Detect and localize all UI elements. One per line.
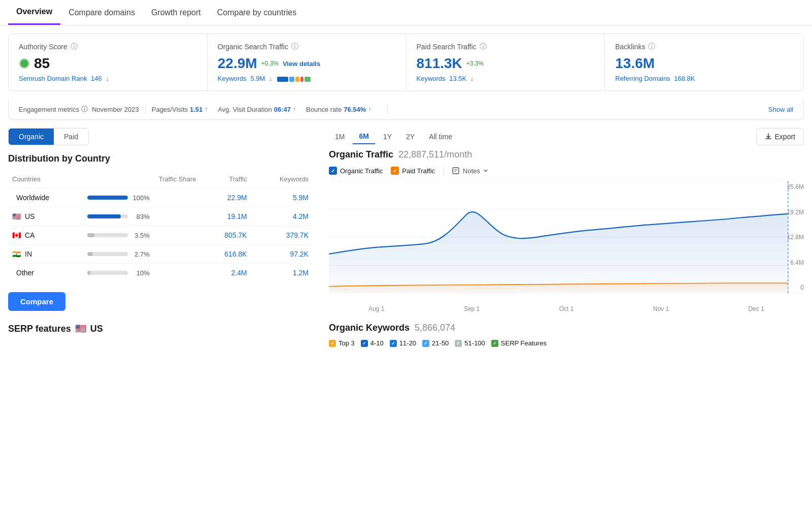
right-panel: 1M 6M 1Y 2Y All time Export Organic Traf… bbox=[313, 128, 804, 347]
authority-info-icon[interactable]: ⓘ bbox=[71, 42, 78, 51]
serp-country: US bbox=[90, 324, 103, 334]
engagement-bar: Engagement metrics ⓘ November 2023 Pages… bbox=[8, 99, 804, 120]
notes-icon bbox=[452, 167, 460, 175]
traffic-chart bbox=[329, 181, 804, 293]
svg-rect-0 bbox=[453, 168, 459, 174]
country-name-cell: 🇨🇦CA bbox=[8, 226, 83, 245]
kw-check-icon[interactable]: ✓ bbox=[422, 340, 429, 347]
tab-paid[interactable]: Paid bbox=[54, 129, 88, 145]
left-panel: Organic Paid Distribution by Country Cou… bbox=[8, 128, 313, 347]
traffic-cell: 616.8K bbox=[200, 245, 251, 264]
tab-bar: Organic Paid bbox=[8, 128, 89, 145]
export-button[interactable]: Export bbox=[756, 128, 804, 145]
traffic-share-cell: 100% bbox=[83, 188, 200, 207]
kw-check-icon[interactable]: ✓ bbox=[329, 340, 336, 347]
organic-info-icon[interactable]: ⓘ bbox=[291, 42, 298, 51]
authority-sub: Semrush Domain Rank 146 ↓ bbox=[19, 75, 197, 82]
paid-info-icon[interactable]: ⓘ bbox=[480, 42, 487, 51]
keywords-title: Organic Keywords bbox=[329, 323, 410, 333]
traffic-cell: 2.4M bbox=[200, 264, 251, 282]
table-row: 🇺🇸US 83% 19.1M4.2M bbox=[8, 207, 313, 226]
table-row: 🇮🇳IN 2.7% 616.8K97.2K bbox=[8, 245, 313, 264]
keywords-cell: 379.7K bbox=[251, 226, 313, 245]
x-axis-labels: Aug 1 Sep 1 Oct 1 Nov 1 Dec 1 bbox=[329, 305, 804, 312]
time-6m[interactable]: 6M bbox=[353, 129, 375, 144]
engagement-info-icon[interactable]: ⓘ bbox=[81, 105, 88, 114]
paid-sub: Keywords 13.5K ↓ bbox=[417, 75, 595, 82]
country-table: Countries Traffic Share Traffic Keywords… bbox=[8, 172, 313, 282]
time-all[interactable]: All time bbox=[423, 130, 458, 144]
col-keywords: Keywords bbox=[251, 172, 313, 188]
kw-legend-item: ✓21-50 bbox=[422, 339, 449, 347]
traffic-share-cell: 83% bbox=[83, 207, 200, 226]
serp-title: SERP features bbox=[8, 324, 71, 334]
paid-traffic-card: Paid Search Traffic ⓘ 811.3K +3.3% Keywo… bbox=[407, 34, 605, 90]
legend-divider bbox=[443, 166, 444, 175]
time-1m[interactable]: 1M bbox=[329, 130, 351, 144]
kw-check-icon[interactable]: ✓ bbox=[361, 340, 368, 347]
paid-label: Paid Search Traffic ⓘ bbox=[417, 42, 595, 51]
serp-section: SERP features 🇺🇸 US bbox=[8, 323, 313, 334]
kw-legend-item: ✓Top 3 bbox=[329, 339, 355, 347]
kw-check-icon[interactable]: ✓ bbox=[491, 340, 498, 347]
organic-view-details[interactable]: View details bbox=[283, 60, 320, 68]
nav-growth-report[interactable]: Growth report bbox=[143, 1, 209, 24]
nav-overview[interactable]: Overview bbox=[8, 0, 60, 25]
organic-sub: Keywords 5.9M ↓ bbox=[218, 75, 396, 82]
backlinks-value: 13.6M bbox=[615, 55, 793, 72]
nav-compare-countries[interactable]: Compare by countries bbox=[209, 1, 305, 24]
compare-button[interactable]: Compare bbox=[8, 292, 65, 311]
time-controls: 1M 6M 1Y 2Y All time Export bbox=[329, 128, 804, 145]
engagement-date: November 2023 bbox=[92, 106, 139, 113]
keyword-bars bbox=[277, 77, 311, 82]
paid-value: 811.3K +3.3% bbox=[417, 55, 595, 72]
col-countries: Countries bbox=[8, 172, 83, 188]
time-1y[interactable]: 1Y bbox=[377, 130, 398, 144]
chart-title: Organic Traffic bbox=[329, 149, 393, 160]
kw-check-icon[interactable]: ✓ bbox=[455, 340, 462, 347]
organic-traffic-card: Organic Search Traffic ⓘ 22.9M +0.3% Vie… bbox=[208, 34, 407, 90]
legend-organic: ✓ Organic Traffic bbox=[329, 167, 383, 175]
engagement-label: Engagement metrics bbox=[19, 106, 79, 113]
table-row: Worldwide 100% 22.9M5.9M bbox=[8, 188, 313, 207]
tab-organic[interactable]: Organic bbox=[9, 129, 54, 145]
paid-check-icon[interactable]: ✓ bbox=[391, 167, 399, 175]
kw-legend-item: ✓11-20 bbox=[390, 339, 416, 347]
chart-legend: ✓ Organic Traffic ✓ Paid Traffic Notes bbox=[329, 166, 804, 175]
organic-value: 22.9M +0.3% View details bbox=[218, 55, 396, 72]
authority-label: Authority Score ⓘ bbox=[19, 42, 197, 51]
organic-check-icon[interactable]: ✓ bbox=[329, 167, 337, 175]
keywords-legend: ✓Top 3✓4-10✓11-20✓21-50✓51-100✓SERP Feat… bbox=[329, 339, 804, 347]
time-2y[interactable]: 2Y bbox=[400, 130, 421, 144]
notes-button[interactable]: Notes bbox=[452, 167, 488, 175]
kw-legend-item: ✓SERP Features bbox=[491, 339, 547, 347]
paid-keywords-value: 13.5K bbox=[449, 75, 466, 82]
distribution-title: Distribution by Country bbox=[8, 153, 313, 164]
main-content: Organic Paid Distribution by Country Cou… bbox=[8, 128, 804, 347]
keywords-cell: 1.2M bbox=[251, 264, 313, 282]
keywords-cell: 5.9M bbox=[251, 188, 313, 207]
traffic-share-cell: 3.5% bbox=[83, 226, 200, 245]
engagement-divider2 bbox=[387, 104, 388, 114]
engagement-duration: Avg. Visit Duration 06:47 ↑ bbox=[218, 106, 296, 113]
kw-legend-item: ✓51-100 bbox=[455, 339, 485, 347]
backlinks-info-icon[interactable]: ⓘ bbox=[648, 42, 655, 51]
country-name-cell: Other bbox=[8, 264, 83, 282]
engagement-divider bbox=[145, 104, 146, 114]
legend-paid: ✓ Paid Traffic bbox=[391, 167, 435, 175]
nav-compare-domains[interactable]: Compare domains bbox=[60, 1, 143, 24]
backlinks-card: Backlinks ⓘ 13.6M Referring Domains 168.… bbox=[605, 34, 803, 90]
metrics-row: Authority Score ⓘ 85 Semrush Domain Rank… bbox=[8, 34, 804, 91]
kw-check-icon[interactable]: ✓ bbox=[390, 340, 397, 347]
y-axis-labels: 25.6M 19.2M 12.8M 6.4M 0 bbox=[779, 181, 804, 293]
authority-value: 85 bbox=[19, 55, 197, 72]
traffic-share-cell: 2.7% bbox=[83, 245, 200, 264]
authority-score-card: Authority Score ⓘ 85 Semrush Domain Rank… bbox=[9, 34, 208, 90]
kw-legend-item: ✓4-10 bbox=[361, 339, 384, 347]
organic-keywords-value: 5.9M bbox=[250, 75, 265, 82]
organic-badge: +0.3% bbox=[261, 60, 279, 67]
keywords-title-row: Organic Keywords 5,866,074 bbox=[329, 323, 804, 333]
col-traffic: Traffic bbox=[200, 172, 251, 188]
engagement-pages: Pages/Visits 1.51 ↑ bbox=[152, 106, 208, 113]
show-all-link[interactable]: Show all bbox=[768, 106, 793, 113]
